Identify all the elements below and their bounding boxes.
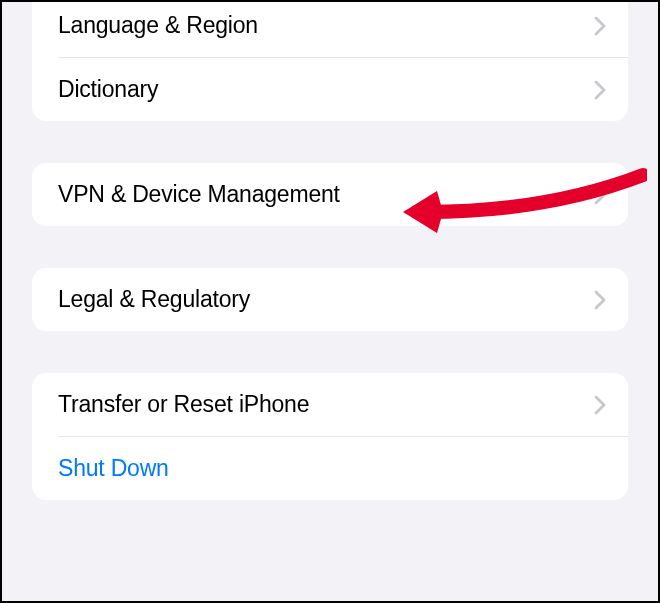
settings-group-vpn: VPN & Device Management: [32, 163, 628, 226]
chevron-right-icon: [594, 16, 606, 36]
settings-group-reset: Transfer or Reset iPhone Shut Down: [32, 373, 628, 500]
row-label: Language & Region: [58, 12, 258, 39]
chevron-right-icon: [594, 185, 606, 205]
chevron-right-icon: [594, 395, 606, 415]
row-label: Dictionary: [58, 76, 158, 103]
row-shut-down[interactable]: Shut Down: [58, 436, 628, 500]
row-label: Legal & Regulatory: [58, 286, 250, 313]
row-vpn-device-management[interactable]: VPN & Device Management: [32, 163, 628, 226]
row-transfer-reset[interactable]: Transfer or Reset iPhone: [32, 373, 628, 436]
settings-group-general: Language & Region Dictionary: [32, 0, 628, 121]
row-label: Transfer or Reset iPhone: [58, 391, 309, 418]
chevron-right-icon: [594, 80, 606, 100]
row-dictionary[interactable]: Dictionary: [58, 57, 628, 121]
row-label: VPN & Device Management: [58, 181, 340, 208]
settings-group-legal: Legal & Regulatory: [32, 268, 628, 331]
row-legal-regulatory[interactable]: Legal & Regulatory: [32, 268, 628, 331]
row-language-region[interactable]: Language & Region: [32, 0, 628, 57]
row-label: Shut Down: [58, 455, 169, 482]
settings-list: Language & Region Dictionary VPN & Devic…: [2, 0, 658, 500]
chevron-right-icon: [594, 290, 606, 310]
